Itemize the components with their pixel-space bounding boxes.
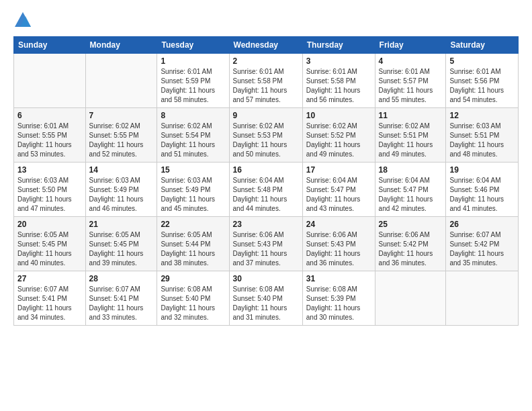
day-number: 30 xyxy=(233,274,299,283)
day-cell: 18Sunrise: 6:04 AMSunset: 5:47 PMDayligh… xyxy=(375,163,446,217)
day-detail: Sunrise: 6:02 AMSunset: 5:52 PMDaylight:… xyxy=(306,122,371,159)
day-cell: 23Sunrise: 6:06 AMSunset: 5:43 PMDayligh… xyxy=(229,217,302,271)
day-cell: 17Sunrise: 6:04 AMSunset: 5:47 PMDayligh… xyxy=(302,163,375,217)
day-detail: Sunrise: 6:07 AMSunset: 5:41 PMDaylight:… xyxy=(89,285,154,322)
day-number: 29 xyxy=(161,274,225,283)
day-number: 12 xyxy=(449,111,515,120)
calendar-table: SundayMondayTuesdayWednesdayThursdayFrid… xyxy=(13,36,519,326)
week-row-1: 1Sunrise: 6:01 AMSunset: 5:59 PMDaylight… xyxy=(14,54,519,108)
day-cell: 11Sunrise: 6:02 AMSunset: 5:51 PMDayligh… xyxy=(375,108,446,163)
col-header-tuesday: Tuesday xyxy=(157,37,229,54)
day-detail: Sunrise: 6:02 AMSunset: 5:55 PMDaylight:… xyxy=(89,122,154,159)
day-detail: Sunrise: 6:02 AMSunset: 5:53 PMDaylight:… xyxy=(233,122,299,159)
day-detail: Sunrise: 6:08 AMSunset: 5:39 PMDaylight:… xyxy=(306,285,371,322)
day-detail: Sunrise: 6:04 AMSunset: 5:47 PMDaylight:… xyxy=(379,176,443,214)
day-cell xyxy=(446,271,519,326)
day-number: 19 xyxy=(449,165,515,175)
day-detail: Sunrise: 6:05 AMSunset: 5:45 PMDaylight:… xyxy=(89,230,154,268)
day-detail: Sunrise: 6:01 AMSunset: 5:55 PMDaylight:… xyxy=(17,122,82,159)
day-detail: Sunrise: 6:01 AMSunset: 5:56 PMDaylight:… xyxy=(449,67,515,105)
day-number: 25 xyxy=(379,220,443,229)
day-detail: Sunrise: 6:04 AMSunset: 5:48 PMDaylight:… xyxy=(233,176,299,214)
day-number: 5 xyxy=(449,56,515,66)
week-row-3: 13Sunrise: 6:03 AMSunset: 5:50 PMDayligh… xyxy=(14,163,519,217)
day-cell: 28Sunrise: 6:07 AMSunset: 5:41 PMDayligh… xyxy=(85,271,157,326)
day-detail: Sunrise: 6:01 AMSunset: 5:59 PMDaylight:… xyxy=(161,67,225,105)
day-number: 7 xyxy=(89,111,154,120)
week-row-2: 6Sunrise: 6:01 AMSunset: 5:55 PMDaylight… xyxy=(14,108,519,163)
day-number: 20 xyxy=(17,220,82,229)
day-cell xyxy=(14,54,86,108)
day-number: 9 xyxy=(233,111,299,120)
col-header-saturday: Saturday xyxy=(446,37,519,54)
day-cell: 31Sunrise: 6:08 AMSunset: 5:39 PMDayligh… xyxy=(302,271,375,326)
day-detail: Sunrise: 6:08 AMSunset: 5:40 PMDaylight:… xyxy=(233,285,299,322)
day-number: 8 xyxy=(161,111,225,120)
day-detail: Sunrise: 6:02 AMSunset: 5:54 PMDaylight:… xyxy=(161,122,225,159)
day-cell: 9Sunrise: 6:02 AMSunset: 5:53 PMDaylight… xyxy=(229,108,302,163)
day-cell: 8Sunrise: 6:02 AMSunset: 5:54 PMDaylight… xyxy=(157,108,229,163)
day-cell: 22Sunrise: 6:05 AMSunset: 5:44 PMDayligh… xyxy=(157,217,229,271)
day-cell: 10Sunrise: 6:02 AMSunset: 5:52 PMDayligh… xyxy=(302,108,375,163)
day-cell: 29Sunrise: 6:08 AMSunset: 5:40 PMDayligh… xyxy=(157,271,229,326)
day-detail: Sunrise: 6:03 AMSunset: 5:49 PMDaylight:… xyxy=(161,176,225,214)
day-number: 4 xyxy=(379,56,443,66)
day-detail: Sunrise: 6:03 AMSunset: 5:51 PMDaylight:… xyxy=(449,122,515,159)
day-number: 10 xyxy=(306,111,371,120)
day-detail: Sunrise: 6:01 AMSunset: 5:58 PMDaylight:… xyxy=(233,67,299,105)
day-number: 28 xyxy=(89,274,154,283)
day-cell: 15Sunrise: 6:03 AMSunset: 5:49 PMDayligh… xyxy=(157,163,229,217)
day-detail: Sunrise: 6:02 AMSunset: 5:51 PMDaylight:… xyxy=(379,122,443,159)
day-cell: 24Sunrise: 6:06 AMSunset: 5:43 PMDayligh… xyxy=(302,217,375,271)
day-cell: 3Sunrise: 6:01 AMSunset: 5:58 PMDaylight… xyxy=(302,54,375,108)
day-cell xyxy=(375,271,446,326)
day-detail: Sunrise: 6:06 AMSunset: 5:43 PMDaylight:… xyxy=(306,230,371,268)
day-detail: Sunrise: 6:05 AMSunset: 5:44 PMDaylight:… xyxy=(161,230,225,268)
day-cell: 30Sunrise: 6:08 AMSunset: 5:40 PMDayligh… xyxy=(229,271,302,326)
day-number: 17 xyxy=(306,165,371,175)
page: SundayMondayTuesdayWednesdayThursdayFrid… xyxy=(0,0,532,411)
day-cell: 4Sunrise: 6:01 AMSunset: 5:57 PMDaylight… xyxy=(375,54,446,108)
calendar-header-row: SundayMondayTuesdayWednesdayThursdayFrid… xyxy=(14,37,519,54)
day-detail: Sunrise: 6:07 AMSunset: 5:41 PMDaylight:… xyxy=(17,285,82,322)
day-detail: Sunrise: 6:04 AMSunset: 5:46 PMDaylight:… xyxy=(449,176,515,214)
day-number: 18 xyxy=(379,165,443,175)
day-number: 31 xyxy=(306,274,371,283)
col-header-monday: Monday xyxy=(85,37,157,54)
day-detail: Sunrise: 6:03 AMSunset: 5:50 PMDaylight:… xyxy=(17,176,82,214)
day-detail: Sunrise: 6:01 AMSunset: 5:58 PMDaylight:… xyxy=(306,67,371,105)
day-cell: 26Sunrise: 6:07 AMSunset: 5:42 PMDayligh… xyxy=(446,217,519,271)
logo xyxy=(13,11,35,30)
day-number: 26 xyxy=(449,220,515,229)
week-row-4: 20Sunrise: 6:05 AMSunset: 5:45 PMDayligh… xyxy=(14,217,519,271)
day-detail: Sunrise: 6:06 AMSunset: 5:42 PMDaylight:… xyxy=(379,230,443,268)
day-number: 1 xyxy=(161,56,225,66)
day-number: 3 xyxy=(306,56,371,66)
day-number: 6 xyxy=(17,111,82,120)
day-number: 27 xyxy=(17,274,82,283)
col-header-wednesday: Wednesday xyxy=(229,37,302,54)
header xyxy=(13,11,519,30)
day-number: 23 xyxy=(233,220,299,229)
day-number: 11 xyxy=(379,111,443,120)
week-row-5: 27Sunrise: 6:07 AMSunset: 5:41 PMDayligh… xyxy=(14,271,519,326)
day-cell: 13Sunrise: 6:03 AMSunset: 5:50 PMDayligh… xyxy=(14,163,86,217)
day-number: 2 xyxy=(233,56,299,66)
day-cell: 5Sunrise: 6:01 AMSunset: 5:56 PMDaylight… xyxy=(446,54,519,108)
day-detail: Sunrise: 6:03 AMSunset: 5:49 PMDaylight:… xyxy=(89,176,154,214)
day-cell: 12Sunrise: 6:03 AMSunset: 5:51 PMDayligh… xyxy=(446,108,519,163)
day-cell: 27Sunrise: 6:07 AMSunset: 5:41 PMDayligh… xyxy=(14,271,86,326)
col-header-sunday: Sunday xyxy=(14,37,86,54)
day-detail: Sunrise: 6:08 AMSunset: 5:40 PMDaylight:… xyxy=(161,285,225,322)
col-header-friday: Friday xyxy=(375,37,446,54)
day-cell: 2Sunrise: 6:01 AMSunset: 5:58 PMDaylight… xyxy=(229,54,302,108)
day-detail: Sunrise: 6:05 AMSunset: 5:45 PMDaylight:… xyxy=(17,230,82,268)
day-number: 14 xyxy=(89,165,154,175)
day-number: 13 xyxy=(17,165,82,175)
day-detail: Sunrise: 6:04 AMSunset: 5:47 PMDaylight:… xyxy=(306,176,371,214)
day-number: 15 xyxy=(161,165,225,175)
day-cell: 20Sunrise: 6:05 AMSunset: 5:45 PMDayligh… xyxy=(14,217,86,271)
day-detail: Sunrise: 6:06 AMSunset: 5:43 PMDaylight:… xyxy=(233,230,299,268)
day-cell: 25Sunrise: 6:06 AMSunset: 5:42 PMDayligh… xyxy=(375,217,446,271)
day-detail: Sunrise: 6:01 AMSunset: 5:57 PMDaylight:… xyxy=(379,67,443,105)
